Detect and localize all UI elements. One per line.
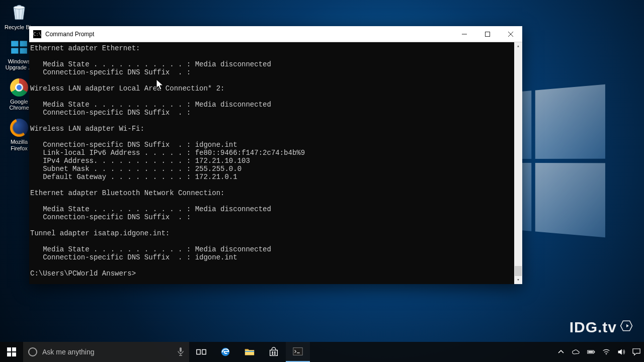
taskbar: Ask me anything xyxy=(0,342,644,362)
svg-rect-24 xyxy=(588,351,593,353)
scroll-down-arrow[interactable]: ▾ xyxy=(514,276,522,284)
scroll-track[interactable] xyxy=(514,50,522,276)
svg-rect-5 xyxy=(486,32,490,36)
cortana-icon xyxy=(28,347,37,356)
scroll-thumb[interactable] xyxy=(515,266,522,276)
svg-rect-2 xyxy=(20,41,27,46)
window-title: Command Prompt xyxy=(45,31,94,38)
cortana-search-box[interactable]: Ask me anything xyxy=(23,342,189,362)
svg-rect-13 xyxy=(197,349,200,354)
svg-rect-20 xyxy=(274,353,276,355)
svg-rect-14 xyxy=(202,349,206,354)
desktop-icon-label: Mozilla Firefox xyxy=(11,139,28,151)
cmd-app-icon: C:\ xyxy=(33,30,41,38)
svg-rect-23 xyxy=(594,351,595,353)
terminal-output-area[interactable]: Ethernet adapter Ethernet: Media State .… xyxy=(29,42,522,284)
windows-upgrade-icon xyxy=(9,37,29,57)
svg-rect-18 xyxy=(274,351,276,353)
chrome-icon xyxy=(9,77,29,98)
close-button[interactable] xyxy=(499,26,522,42)
tray-wifi-icon[interactable] xyxy=(599,342,614,362)
svg-rect-3 xyxy=(11,48,18,54)
tray-volume-icon[interactable] xyxy=(614,342,629,362)
svg-rect-21 xyxy=(293,348,302,355)
maximize-button[interactable] xyxy=(476,26,499,42)
firefox-icon xyxy=(9,118,29,138)
tray-onedrive-icon[interactable] xyxy=(569,342,584,362)
tray-notifications-icon[interactable] xyxy=(629,342,644,362)
svg-rect-17 xyxy=(272,351,273,353)
window-titlebar[interactable]: C:\ Command Prompt xyxy=(29,26,522,42)
svg-rect-10 xyxy=(7,352,11,356)
svg-rect-11 xyxy=(12,352,16,356)
idg-watermark: IDG.tv xyxy=(570,319,633,336)
search-placeholder: Ask me anything xyxy=(42,348,173,356)
vertical-scrollbar[interactable]: ▴▾ xyxy=(514,42,522,284)
recycle-bin-icon xyxy=(9,3,29,23)
svg-marker-7 xyxy=(626,324,629,328)
minimize-button[interactable] xyxy=(453,26,476,42)
task-view-button[interactable] xyxy=(189,342,213,362)
svg-rect-8 xyxy=(7,347,11,351)
taskbar-store[interactable] xyxy=(262,342,286,362)
taskbar-edge[interactable] xyxy=(213,342,237,362)
scroll-up-arrow[interactable]: ▴ xyxy=(514,42,522,50)
tray-chevron-up-icon[interactable] xyxy=(553,342,569,362)
taskbar-file-explorer[interactable] xyxy=(237,342,262,362)
terminal-output: Ethernet adapter Ethernet: Media State .… xyxy=(30,44,305,278)
svg-rect-4 xyxy=(20,48,27,54)
svg-point-25 xyxy=(606,354,607,355)
svg-point-0 xyxy=(14,6,25,9)
start-button[interactable] xyxy=(0,342,23,362)
desktop-icon-label: Google Chrome xyxy=(9,99,29,111)
svg-rect-16 xyxy=(245,351,254,352)
svg-rect-12 xyxy=(180,347,182,352)
system-tray xyxy=(553,342,644,362)
microphone-icon[interactable] xyxy=(177,347,184,357)
svg-rect-9 xyxy=(12,347,16,351)
tray-battery-icon[interactable] xyxy=(584,342,599,362)
taskbar-command-prompt[interactable] xyxy=(286,342,310,362)
svg-rect-1 xyxy=(11,41,18,46)
command-prompt-window: C:\ Command Prompt Ethernet adapter Ethe… xyxy=(29,26,522,284)
svg-rect-19 xyxy=(272,353,273,355)
